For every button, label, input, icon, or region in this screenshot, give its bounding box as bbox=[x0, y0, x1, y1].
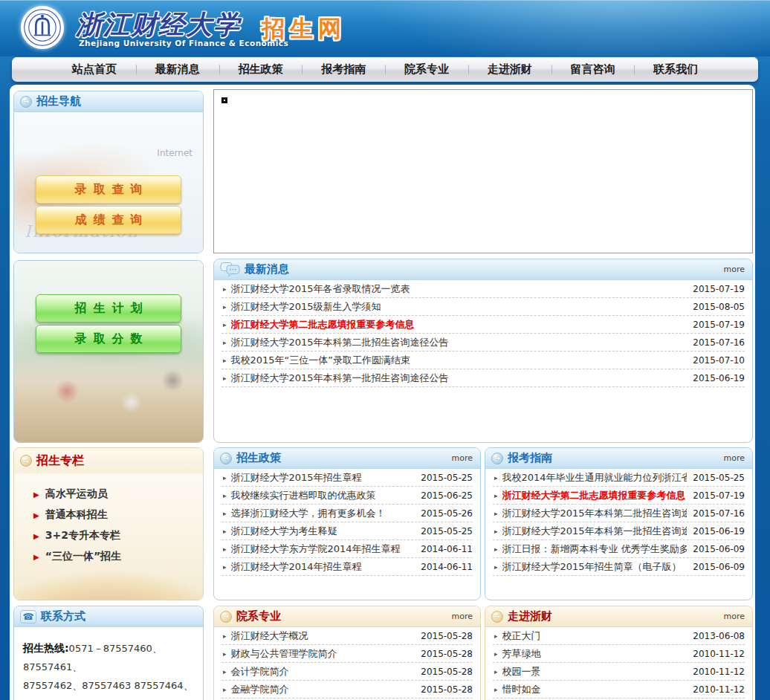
content-area: → 招生导航 Internet Information 录取查询 成绩查询 招生… bbox=[10, 85, 755, 700]
special-link[interactable]: ▶ “三位一体”招生 bbox=[33, 546, 203, 567]
nav-item[interactable]: 院系专业 bbox=[385, 57, 468, 82]
site-title: 招生网 bbox=[262, 13, 346, 45]
special-link[interactable]: ▶ 3+2专升本专栏 bbox=[33, 525, 203, 546]
bullet-icon: ▸ bbox=[223, 303, 227, 311]
news-list: ▸ 浙江财经大学2015年各省录取情况一览表 2015-07-19 ▸ 浙江财经… bbox=[214, 280, 752, 387]
policy-date: 2015-05-25 bbox=[415, 526, 473, 537]
policy-link[interactable]: 浙江财经大学2015年招生章程 bbox=[231, 471, 362, 485]
campus-link[interactable]: 惜时如金 bbox=[502, 683, 541, 696]
policy-row: ▸ 浙江财经大学东方学院2014年招生章程 2014-06-11 bbox=[221, 540, 473, 558]
bullet-icon: ▸ bbox=[223, 668, 227, 675]
arrow-circle-icon: → bbox=[220, 453, 232, 464]
department-link[interactable]: 会计学院简介 bbox=[231, 665, 289, 678]
more-link[interactable]: more bbox=[724, 612, 745, 621]
bullet-icon: ▸ bbox=[223, 474, 227, 482]
more-link[interactable]: more bbox=[452, 453, 473, 463]
watermark-internet: Internet bbox=[157, 148, 192, 158]
policy-link[interactable]: 浙江财经大学为考生释疑 bbox=[231, 525, 337, 538]
bullet-icon: ▸ bbox=[223, 528, 227, 535]
campus-row: ▸ 芳草绿地 2010-11-12 bbox=[493, 645, 745, 663]
special-link[interactable]: ▶ 高水平运动员 bbox=[33, 484, 203, 505]
more-link[interactable]: more bbox=[452, 612, 473, 621]
policy-link[interactable]: 浙江财经大学东方学院2014年招生章程 bbox=[231, 542, 401, 556]
policy-date: 2014-06-11 bbox=[415, 562, 473, 572]
nav-item[interactable]: 联系我们 bbox=[634, 57, 717, 82]
bullet-icon: ▸ bbox=[494, 474, 498, 482]
news-link[interactable]: 浙江财经大学2015年本科第一批招生咨询途径公告 bbox=[231, 372, 449, 385]
score-query-button[interactable]: 成绩查询 bbox=[36, 206, 181, 234]
bullet-icon: ▸ bbox=[494, 563, 498, 571]
guide-row: ▸ 浙江财经大学2015年招生简章（电子版） 2015-06-09 bbox=[493, 558, 745, 576]
bullet-icon: ▸ bbox=[494, 668, 498, 675]
nav-item[interactable]: 站点首页 bbox=[53, 57, 136, 82]
campus-link[interactable]: 芳草绿地 bbox=[502, 647, 541, 661]
policy-row: ▸ 浙江财经大学2015年招生章程 2015-05-25 bbox=[221, 469, 473, 487]
campus-link[interactable]: 校园一景 bbox=[502, 665, 541, 678]
university-logo[interactable] bbox=[21, 6, 64, 49]
news-link[interactable]: 浙江财经大学2015年各省录取情况一览表 bbox=[231, 282, 410, 296]
panel-header: → 走进浙财 more bbox=[485, 606, 752, 627]
bullet-icon: ▸ bbox=[494, 545, 498, 553]
guide-row: ▸ 浙江日报：新增两本科专业 优秀学生奖励多 2015-06-09 bbox=[493, 540, 745, 558]
department-link[interactable]: 浙江财经大学概况 bbox=[231, 629, 308, 643]
bullet-icon: ▸ bbox=[223, 545, 227, 553]
news-link[interactable]: 浙江财经大学2015级新生入学须知 bbox=[231, 300, 381, 314]
red-bullet-icon: ▶ bbox=[33, 511, 39, 519]
department-link[interactable]: 金融学院简介 bbox=[231, 683, 289, 696]
panel-title: 报考指南 bbox=[508, 451, 552, 465]
panel-header: → 招生导航 bbox=[14, 91, 203, 112]
guide-row: ▸ 浙江财经大学2015年本科第一批招生咨询途径... 2015-06-19 bbox=[493, 522, 745, 540]
enrollment-plan-button[interactable]: 招生计划 bbox=[36, 294, 181, 323]
policy-link[interactable]: 浙江财经大学2014年招生章程 bbox=[231, 560, 362, 574]
department-row: ▸ 浙江财经大学概况 2015-05-28 bbox=[221, 627, 473, 645]
nav-item[interactable]: 最新消息 bbox=[136, 57, 219, 82]
phone-icon: ☎ bbox=[20, 610, 36, 623]
special-column-panel: → 招生专栏 ▶ 高水平运动员 ▶ 普通本科招生 ▶ 3+2专升本专栏 bbox=[13, 447, 204, 600]
policy-row: ▸ 浙江财经大学2014年招生章程 2014-06-11 bbox=[221, 558, 473, 576]
bullet-icon: ▸ bbox=[223, 492, 227, 499]
news-date: 2015-07-16 bbox=[687, 337, 745, 348]
news-link[interactable]: 浙江财经大学第二批志愿填报重要参考信息 bbox=[231, 318, 415, 331]
special-link[interactable]: ▶ 普通本科招生 bbox=[33, 505, 203, 525]
red-bullet-icon: ▶ bbox=[33, 490, 39, 499]
department-row: ▸ 会计学院简介 2015-05-28 bbox=[221, 663, 473, 681]
guide-link[interactable]: 浙江财经大学2015年本科第二批招生咨询途径... bbox=[502, 507, 688, 520]
policy-link[interactable]: 选择浙江财经大学，拥有更多机会！ bbox=[231, 507, 386, 520]
guide-link[interactable]: 浙江财经大学2015年本科第一批招生咨询途径... bbox=[502, 525, 688, 538]
nav-item[interactable]: 留言咨询 bbox=[551, 57, 635, 82]
campus-date: 2010-11-12 bbox=[687, 649, 745, 659]
news-row: ▸ 我校2015年“三位一体”录取工作圆满结束 2015-07-10 bbox=[221, 351, 745, 369]
department-link[interactable]: 财政与公共管理学院简介 bbox=[231, 647, 337, 661]
nav-item[interactable]: 报考指南 bbox=[302, 57, 385, 82]
campus-row: ▸ 惜时如金 2010-11-12 bbox=[493, 681, 745, 699]
guide-date: 2015-07-19 bbox=[687, 490, 745, 501]
policy-link[interactable]: 我校继续实行进档即取的优惠政策 bbox=[231, 489, 376, 502]
hotline-line: 招生热线:0571－87557460、87557461、 bbox=[23, 639, 194, 676]
guide-link[interactable]: 我校2014年毕业生通用就业能力位列浙江省高... bbox=[502, 471, 688, 485]
panel-title: 招生政策 bbox=[236, 451, 281, 465]
guide-link[interactable]: 浙江财经大学第二批志愿填报重要参考信息 bbox=[502, 489, 686, 502]
more-link[interactable]: more bbox=[724, 265, 745, 274]
more-link[interactable]: more bbox=[724, 453, 745, 463]
news-link[interactable]: 我校2015年“三位一体”录取工作圆满结束 bbox=[231, 354, 411, 367]
bullet-icon: ▸ bbox=[223, 650, 227, 658]
campus-link[interactable]: 校正大门 bbox=[502, 629, 541, 643]
nav-item[interactable]: 走进浙财 bbox=[468, 57, 551, 82]
campus-date: 2010-11-12 bbox=[687, 684, 745, 695]
news-row: ▸ 浙江财经大学2015年本科第一批招生咨询途径公告 2015-06-19 bbox=[221, 369, 745, 387]
admission-scores-button[interactable]: 录取分数 bbox=[36, 325, 181, 353]
guide-link[interactable]: 浙江日报：新增两本科专业 优秀学生奖励多 bbox=[502, 542, 688, 556]
bullet-icon: ▸ bbox=[223, 563, 227, 571]
news-date: 2015-06-19 bbox=[687, 373, 745, 383]
policy-row: ▸ 我校继续实行进档即取的优惠政策 2015-06-25 bbox=[221, 487, 473, 505]
guide-link[interactable]: 浙江财经大学2015年招生简章（电子版） bbox=[502, 560, 682, 574]
department-row: ▸ 财政与公共管理学院简介 2015-05-28 bbox=[221, 645, 473, 663]
news-link[interactable]: 浙江财经大学2015年本科第二批招生咨询途径公告 bbox=[231, 336, 449, 349]
special-link-label: 普通本科招生 bbox=[45, 508, 108, 522]
news-row: ▸ 浙江财经大学2015年各省录取情况一览表 2015-07-19 bbox=[221, 280, 745, 298]
bullet-icon: ▸ bbox=[494, 632, 498, 640]
nav-item[interactable]: 招生政策 bbox=[219, 57, 302, 82]
admission-query-button[interactable]: 录取查询 bbox=[36, 175, 181, 204]
campus-row: ▸ 校园一景 2010-11-12 bbox=[493, 663, 745, 681]
campus-panel: → 走进浙财 more ▸ 校正大门 2013-06-08 ▸ 芳草绿地 201… bbox=[485, 606, 753, 700]
